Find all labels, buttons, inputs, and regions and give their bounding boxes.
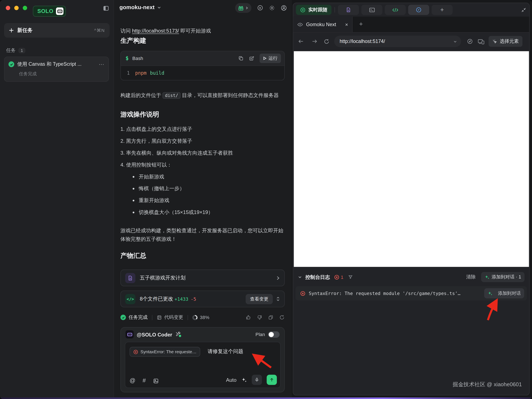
tab-code[interactable] [385, 5, 406, 15]
chevron-right-icon [245, 6, 248, 9]
new-browser-tab-button[interactable]: + [356, 19, 366, 29]
url-bar[interactable]: http://localhost:5174/ [334, 36, 461, 47]
control-text: 开始新游戏 [139, 174, 164, 180]
task-status: 任务完成 [19, 71, 104, 77]
live-follow-icon [300, 7, 306, 13]
task-title: 使用 Canvas 和 TypeScript ... [17, 61, 99, 68]
project-switcher[interactable]: gomoku-next [119, 4, 161, 10]
close-tab-icon[interactable]: × [345, 21, 348, 27]
localhost-link[interactable]: http://localhost:5173/ [132, 28, 179, 34]
cursor-select-icon [492, 39, 497, 44]
tasks-label: 任务 [6, 47, 16, 54]
url-dropdown-chevron-icon[interactable] [453, 40, 457, 44]
plus-icon [9, 28, 14, 33]
collapse-panel-icon[interactable] [521, 7, 526, 13]
status-done-label: 任务完成 [128, 314, 147, 320]
dist-post: 目录，可以直接部署到任何静态文件服务器 [181, 92, 279, 98]
add-error-to-chat-button[interactable]: 添加到对话 [484, 288, 524, 298]
zoom-window-button[interactable] [23, 6, 27, 10]
plan-toggle[interactable] [268, 331, 280, 337]
close-window-button[interactable] [6, 6, 10, 10]
new-task-button[interactable]: 新任务 ^⌘N [4, 23, 110, 38]
run-code-button[interactable]: 运行 [260, 54, 281, 63]
tab-document[interactable] [338, 5, 359, 15]
control-item: 悔棋（撤销上一步） [133, 186, 184, 192]
error-chip-text: SyntaxError: The requeste… [140, 349, 196, 354]
line-number: 1 [127, 70, 130, 76]
browser-tab-title: Gomoku Next [306, 22, 342, 27]
intro-suffix: 即可开始游戏 [179, 28, 211, 34]
mode-selector[interactable]: Auto [226, 377, 236, 383]
composer-attachments: @ # [130, 378, 159, 384]
add-all-to-chat-button[interactable]: 添加到对话 · 1 [481, 272, 525, 282]
code-line: 1 pnpm build [127, 70, 284, 76]
tab-terminal[interactable] [361, 5, 382, 15]
bullet-dot [133, 200, 134, 201]
control-item: 重新开始游戏 [133, 197, 169, 204]
tools-icon[interactable] [175, 331, 181, 337]
changes-title: 8个文件已更改 [140, 296, 173, 302]
composer-input[interactable]: SyntaxError: The requeste… 请修复这个问题 @ # A… [125, 342, 281, 388]
mic-button[interactable] [252, 375, 262, 385]
enhance-sparkle-icon[interactable] [241, 377, 247, 383]
error-context-chip[interactable]: SyntaxError: The requeste… [130, 347, 200, 357]
sidebar-collapse-icon[interactable] [103, 5, 109, 12]
feedback-icon[interactable] [257, 5, 263, 11]
task-complete-icon [8, 62, 14, 67]
back-icon[interactable] [298, 39, 304, 44]
progress-percent: 38% [200, 315, 209, 320]
console-title: 控制台日志 [305, 274, 330, 280]
filter-icon[interactable] [348, 274, 353, 279]
browser-toolbar: http://localhost:5174/ 选择元素 [293, 32, 529, 50]
console-clear-button[interactable]: 清除 [466, 274, 476, 280]
select-element-label: 选择元素 [500, 38, 519, 44]
context-hash-icon[interactable]: # [143, 378, 146, 384]
divider [188, 315, 188, 320]
open-in-browser-icon[interactable] [467, 38, 473, 44]
copy-code-icon[interactable] [238, 56, 244, 61]
browser-tab-active[interactable]: Gomoku Next × [293, 17, 353, 32]
artifacts-heading: 产物汇总 [120, 251, 285, 260]
rewards-button[interactable] [235, 3, 252, 13]
view-changes-button[interactable]: 查看变更 [246, 294, 273, 304]
regenerate-icon[interactable] [279, 315, 285, 320]
artifact-plan-card[interactable]: 五子棋游戏开发计划 [120, 270, 285, 286]
artifact-changes-card[interactable]: </> 8个文件已更改 +1433 -5 查看变更 [120, 291, 285, 307]
thumbs-down-icon[interactable] [257, 315, 262, 320]
add-all-to-chat-label: 添加到对话 · 1 [492, 274, 521, 280]
responsive-devices-icon[interactable] [478, 38, 485, 44]
summary-paragraph: 游戏已经成功构建，类型检查通过，开发服务器已启动，您可以立即开始体验完整的五子棋… [120, 226, 285, 243]
code-changes-label[interactable]: 代码变更 [164, 314, 183, 320]
forward-icon[interactable] [311, 39, 318, 44]
expand-collapse-icon[interactable] [276, 296, 280, 301]
control-item: 切换棋盘大小（15×15或19×19） [133, 209, 213, 216]
code-icon [392, 7, 398, 12]
tab-live-follow[interactable]: 实时跟随 [296, 5, 331, 15]
send-button[interactable] [267, 375, 277, 385]
add-preview-tab-button[interactable]: + [431, 5, 453, 15]
agent-mention[interactable]: @SOLO Coder [137, 331, 172, 337]
mention-at-icon[interactable]: @ [130, 378, 136, 384]
copy-response-icon[interactable] [268, 315, 274, 320]
account-icon[interactable] [281, 5, 287, 11]
task-menu-icon[interactable]: ⋯ [99, 61, 104, 68]
browser-viewport[interactable] [294, 51, 529, 267]
deletions-count: -5 [191, 296, 246, 302]
console-error-icon [334, 274, 339, 280]
document-icon [346, 7, 351, 12]
insert-code-icon[interactable] [249, 56, 255, 61]
toggle-knob [269, 332, 274, 337]
tasks-header: 任务 1 [6, 47, 25, 54]
select-element-button[interactable]: 选择元素 [489, 36, 522, 47]
sparkle-icon [487, 291, 492, 296]
app-window: SOLO 新任务 ^⌘N 任务 1 使用 Canvas 和 TypeSc [0, 0, 532, 399]
refresh-icon[interactable] [324, 38, 329, 44]
minimize-window-button[interactable] [14, 6, 19, 10]
task-list-item[interactable]: 使用 Canvas 和 TypeScript ... ⋯ 任务完成 [4, 56, 109, 82]
thumbs-up-icon[interactable] [246, 315, 251, 320]
console-collapse-chevron-icon[interactable] [298, 275, 302, 279]
console-error-row[interactable]: SyntaxError: The requested module '/src/… [296, 286, 527, 300]
settings-gear-icon[interactable] [269, 5, 275, 11]
image-attach-icon[interactable] [153, 378, 159, 384]
tab-browser[interactable] [408, 5, 429, 15]
